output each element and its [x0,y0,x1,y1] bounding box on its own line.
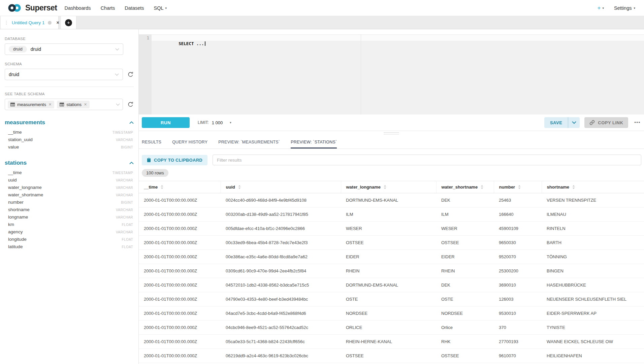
chevron-down-icon [115,73,119,76]
sort-icon[interactable] [481,185,483,189]
copy-link-button[interactable]: COPY LINK [584,117,628,128]
table-cell: 04790e03-4353-4e80-beef-b3ed439484bc [221,292,341,306]
sort-icon[interactable] [518,185,521,189]
nav-item-datasets[interactable]: Datasets [125,5,144,11]
table-cell: DORTMUND-EMS-KANAL [341,193,436,207]
schema-section-header[interactable]: stations [5,160,134,166]
table-cell: 04acd7e5-3cbc-4cdd-b4a9-f452e868f4d6 [221,306,341,321]
table-select[interactable]: measurements✕stations✕ [5,99,123,110]
result-tab-preview-stations[interactable]: PREVIEW: `STATIONS` [291,140,337,148]
column-type: TIMESTAMP [112,171,133,175]
drag-handle-icon[interactable]: ⋮ [4,20,9,25]
table-cell: OSTSEE [436,349,494,363]
table-row: 2000-01-01T00:00:00.000Z06219dd9-a2c4-46… [139,349,644,363]
results-table: __timeuuidwater_longnamewater_shortnamen… [139,181,644,363]
more-options-button[interactable]: ••• [634,120,641,125]
database-value: druid [31,46,41,52]
result-tab-results[interactable]: RESULTS [142,140,161,148]
remove-tag-icon[interactable]: ✕ [49,102,52,107]
nav-item-charts[interactable]: Charts [101,5,115,11]
chevron-down-icon: ▾ [230,121,231,124]
superset-brand[interactable]: Superset [7,3,57,12]
copy-to-clipboard-label: COPY TO CLIPBOARD [154,158,202,163]
query-tab-active[interactable]: ⋮ Untitled Query 1 × [1,16,59,29]
editor-code-area[interactable]: SELECT ... [152,34,644,114]
schema-section-header[interactable]: measurements [5,119,134,126]
table-cell: WESER [436,222,494,236]
database-select[interactable]: druid druid [5,43,123,55]
sort-icon[interactable] [238,185,241,189]
column-header-shortname[interactable]: shortname [542,181,644,193]
table-tag-stations[interactable]: stations✕ [57,101,90,108]
table-tag-measurements[interactable]: measurements✕ [8,101,54,108]
column-header-__time[interactable]: __time [139,181,221,193]
column-header-number[interactable]: number [494,181,542,193]
refresh-tables-button[interactable] [127,101,134,108]
results-controls: COPY TO CLIPBOARD [139,149,644,165]
table-cell: DORTMUND-EMS-KANAL [341,278,436,292]
remove-tag-icon[interactable]: ✕ [84,102,87,107]
schema-column-row: station_uuidVARCHAR [5,136,134,143]
table-row: 2000-01-01T00:00:00.000Z04acd7e5-3cbc-4c… [139,306,644,321]
column-type: FLOAT [122,245,133,249]
close-icon[interactable]: × [57,20,59,25]
new-item-menu[interactable]: + ▾ [598,5,604,11]
copy-link-label: COPY LINK [598,120,623,125]
copy-to-clipboard-button[interactable]: COPY TO CLIPBOARD [142,155,207,165]
sort-icon[interactable] [384,185,386,189]
settings-menu[interactable]: Settings ▾ [614,5,635,11]
column-header-label: uuid [226,185,235,190]
nav-item-dashboards[interactable]: Dashboards [64,5,91,11]
schema-section-measurements: measurements__timeTIMESTAMPstation_uuidV… [5,119,134,151]
table-row: 2000-01-01T00:00:00.000Z04cbc946-8ee9-45… [139,321,644,335]
sidebar-divider [5,87,134,87]
sort-icon[interactable] [572,185,575,189]
add-query-tab-button[interactable]: + [61,16,76,29]
column-header-label: shortname [547,185,569,190]
table-cell: OSTSEE [436,236,494,250]
sort-icon[interactable] [161,185,163,189]
limit-dropdown[interactable]: LIMIT: 1 000 ▾ [198,120,231,125]
nav-item-sql[interactable]: SQL▾ [154,5,167,11]
table-tag-label: measurements [17,102,46,107]
table-cell: DEK [436,193,494,207]
column-header-uuid[interactable]: uuid [221,181,341,193]
table-cell: ILMENAU [542,207,644,222]
nav-items: DashboardsChartsDatasetsSQL▾ [64,5,167,11]
schema-column-row: uuidVARCHAR [5,176,134,184]
table-row: 2000-01-01T00:00:00.000Z005dfdae-efcc-41… [139,222,644,236]
refresh-schema-button[interactable] [127,71,134,78]
chevron-down-icon [116,103,120,106]
column-type: VARCHAR [116,138,133,142]
table-cell: BARTH [542,236,644,250]
print-margin-line [361,34,361,114]
table-cell: 27700193 [494,335,542,349]
limit-value: 1 000 [212,120,223,125]
text-cursor [205,41,205,46]
save-options-button[interactable] [568,117,580,128]
table-cell: 2000-01-01T00:00:00.000Z [139,321,221,335]
table-cell: OSTSEE [341,236,436,250]
schema-value: druid [9,72,19,77]
column-header-water_shortname[interactable]: water_shortname [436,181,494,193]
column-name: __time [8,170,22,175]
run-button[interactable]: RUN [142,117,190,128]
table-cell: 04cbc946-8ee9-4521-ac52-557642cad52c [221,321,341,335]
sql-editor[interactable]: 1 SELECT ... [139,34,644,114]
result-tab-preview-measurements[interactable]: PREVIEW: `MEASUREMENTS` [218,140,280,148]
table-cell: 0309cd61-90c9-470e-99d4-2ee4fb2c5f84 [221,264,341,278]
result-tab-query-history[interactable]: QUERY HISTORY [172,140,207,148]
column-header-water_longname[interactable]: water_longname [341,181,436,193]
database-tag: druid [9,46,27,53]
table-row: 2000-01-01T00:00:00.000Z0309cd61-90c9-47… [139,264,644,278]
table-cell: 2000-01-01T00:00:00.000Z [139,335,221,349]
limit-label: LIMIT: [198,120,209,125]
query-state-dot [48,21,52,25]
table-cell: 2000-01-01T00:00:00.000Z [139,236,221,250]
table-cell: HASEHUBBRÜCKE [542,278,644,292]
pane-resize-handle[interactable] [384,132,399,136]
schema-column-row: valueBIGINT [5,143,134,151]
filter-results-input[interactable] [213,155,641,165]
save-button[interactable]: SAVE [544,117,580,128]
schema-select[interactable]: druid [5,69,123,80]
